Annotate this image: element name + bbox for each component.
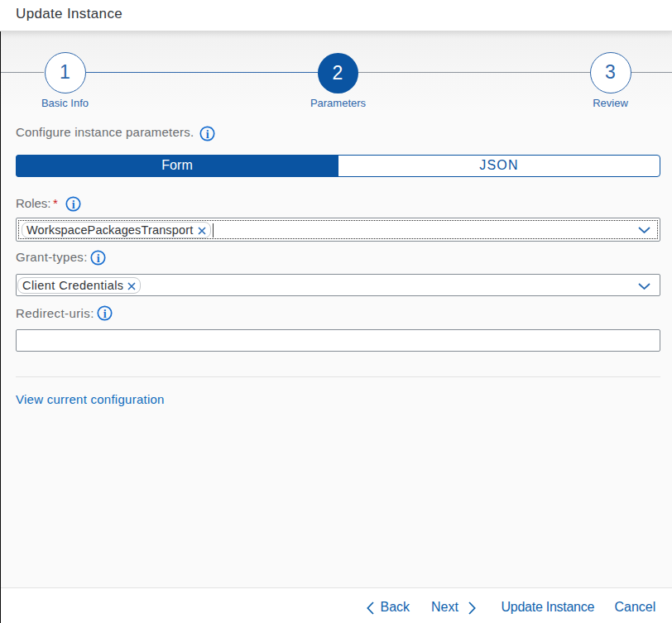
svg-text:i: i bbox=[103, 308, 107, 320]
svg-text:i: i bbox=[205, 127, 209, 140]
svg-text:i: i bbox=[71, 198, 74, 210]
svg-text:i: i bbox=[97, 252, 100, 265]
